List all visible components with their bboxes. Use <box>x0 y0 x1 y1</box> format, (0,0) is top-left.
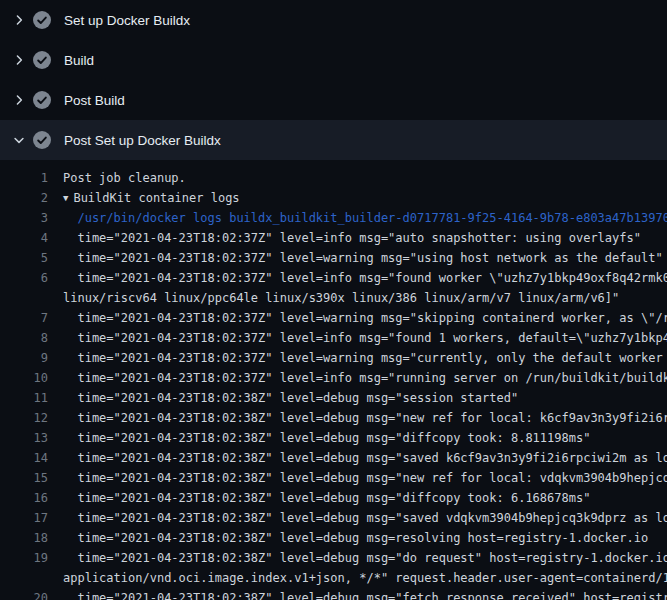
check-circle-icon <box>33 91 51 109</box>
log-line: 15 time="2021-04-23T18:02:38Z" level=deb… <box>0 468 667 488</box>
log-text: time="2021-04-23T18:02:38Z" level=debug … <box>48 488 590 508</box>
log-line: 18 time="2021-04-23T18:02:38Z" level=deb… <box>0 528 667 548</box>
step-header-build[interactable]: Build <box>0 40 667 80</box>
log-line: 11 time="2021-04-23T18:02:38Z" level=deb… <box>0 388 667 408</box>
line-number <box>0 568 48 588</box>
chevron-down-icon[interactable] <box>12 133 26 147</box>
log-text: time="2021-04-23T18:02:38Z" level=debug … <box>48 528 648 548</box>
step-label: Build <box>64 53 94 68</box>
log-line: 10 time="2021-04-23T18:02:37Z" level=inf… <box>0 368 667 388</box>
line-number[interactable]: 6 <box>0 268 48 288</box>
line-number[interactable]: 10 <box>0 368 48 388</box>
log-line: 4 time="2021-04-23T18:02:37Z" level=info… <box>0 228 667 248</box>
line-number[interactable]: 9 <box>0 348 48 368</box>
check-circle-icon <box>33 131 51 149</box>
log-line: 16 time="2021-04-23T18:02:38Z" level=deb… <box>0 488 667 508</box>
step-label: Post Build <box>64 93 125 108</box>
log-text: time="2021-04-23T18:02:38Z" level=debug … <box>48 508 667 528</box>
step-header-post-build[interactable]: Post Build <box>0 80 667 120</box>
actions-log-viewer: Set up Docker BuildxBuildPost BuildPost … <box>0 0 667 600</box>
check-circle-icon <box>33 51 51 69</box>
log-line: 14 time="2021-04-23T18:02:38Z" level=deb… <box>0 448 667 468</box>
line-number[interactable]: 7 <box>0 308 48 328</box>
log-line: 5 time="2021-04-23T18:02:37Z" level=warn… <box>0 248 667 268</box>
chevron-right-icon[interactable] <box>12 53 26 67</box>
log-text: time="2021-04-23T18:02:38Z" level=debug … <box>48 388 518 408</box>
log-text: time="2021-04-23T18:02:38Z" level=debug … <box>48 468 667 488</box>
line-number <box>0 288 48 308</box>
log-line: 1Post job cleanup. <box>0 168 667 188</box>
line-number[interactable]: 3 <box>0 208 48 228</box>
chevron-right-icon[interactable] <box>12 93 26 107</box>
log-text: time="2021-04-23T18:02:38Z" level=debug … <box>48 588 667 600</box>
log-command-text: /usr/bin/docker logs buildx_buildkit_bui… <box>48 208 667 228</box>
log-text: time="2021-04-23T18:02:37Z" level=info m… <box>48 268 667 288</box>
log-text: linux/riscv64 linux/ppc64le linux/s390x … <box>48 288 619 308</box>
log-line: 13 time="2021-04-23T18:02:38Z" level=deb… <box>0 428 667 448</box>
line-number[interactable]: 18 <box>0 528 48 548</box>
line-number[interactable]: 4 <box>0 228 48 248</box>
log-group-header[interactable]: 2▼BuildKit container logs <box>0 188 667 208</box>
log-text: time="2021-04-23T18:02:37Z" level=info m… <box>48 228 641 248</box>
check-circle-icon <box>33 11 51 29</box>
log-group-label: BuildKit container logs <box>73 191 239 205</box>
line-number[interactable]: 1 <box>0 168 48 188</box>
line-number[interactable]: 12 <box>0 408 48 428</box>
step-label: Post Set up Docker Buildx <box>64 133 221 148</box>
line-number[interactable]: 11 <box>0 388 48 408</box>
log-line: 8 time="2021-04-23T18:02:37Z" level=info… <box>0 328 667 348</box>
line-number[interactable]: 16 <box>0 488 48 508</box>
line-number[interactable]: 13 <box>0 428 48 448</box>
line-number[interactable]: 5 <box>0 248 48 268</box>
step-header-set-up-docker-buildx[interactable]: Set up Docker Buildx <box>0 0 667 40</box>
log-text: time="2021-04-23T18:02:37Z" level=warnin… <box>48 248 663 268</box>
steps-list: Set up Docker BuildxBuildPost BuildPost … <box>0 0 667 160</box>
line-number[interactable]: 15 <box>0 468 48 488</box>
log-text: time="2021-04-23T18:02:37Z" level=info m… <box>48 368 667 388</box>
log-text: Post job cleanup. <box>48 168 186 188</box>
log-group-title: ▼BuildKit container logs <box>48 188 240 208</box>
line-number[interactable]: 2 <box>0 188 48 208</box>
log-line: 12 time="2021-04-23T18:02:38Z" level=deb… <box>0 408 667 428</box>
log-text: time="2021-04-23T18:02:37Z" level=warnin… <box>48 308 667 328</box>
log-text: application/vnd.oci.image.index.v1+json,… <box>48 568 667 588</box>
step-header-post-set-up-docker-buildx[interactable]: Post Set up Docker Buildx <box>0 120 667 160</box>
log-text: time="2021-04-23T18:02:38Z" level=debug … <box>48 448 667 468</box>
line-number[interactable]: 8 <box>0 328 48 348</box>
log-line: 6 time="2021-04-23T18:02:37Z" level=info… <box>0 268 667 288</box>
log-line: 17 time="2021-04-23T18:02:38Z" level=deb… <box>0 508 667 528</box>
log-line: 3 /usr/bin/docker logs buildx_buildkit_b… <box>0 208 667 228</box>
line-number[interactable]: 19 <box>0 548 48 568</box>
log-text: time="2021-04-23T18:02:38Z" level=debug … <box>48 408 667 428</box>
log-text: time="2021-04-23T18:02:38Z" level=debug … <box>48 548 667 568</box>
log-line: 9 time="2021-04-23T18:02:37Z" level=warn… <box>0 348 667 368</box>
line-number[interactable]: 14 <box>0 448 48 468</box>
step-label: Set up Docker Buildx <box>64 13 190 28</box>
log-line-wrap: linux/riscv64 linux/ppc64le linux/s390x … <box>0 288 667 308</box>
log-text: time="2021-04-23T18:02:38Z" level=debug … <box>48 428 590 448</box>
line-number[interactable]: 20 <box>0 588 48 600</box>
triangle-down-icon[interactable]: ▼ <box>63 188 68 208</box>
line-number[interactable]: 17 <box>0 508 48 528</box>
log-line: 19 time="2021-04-23T18:02:38Z" level=deb… <box>0 548 667 568</box>
log-line: 20 time="2021-04-23T18:02:38Z" level=deb… <box>0 588 667 600</box>
log-line: 7 time="2021-04-23T18:02:37Z" level=warn… <box>0 308 667 328</box>
log-line-wrap: application/vnd.oci.image.index.v1+json,… <box>0 568 667 588</box>
log-text: time="2021-04-23T18:02:37Z" level=warnin… <box>48 348 667 368</box>
log-area: 1Post job cleanup.2▼BuildKit container l… <box>0 160 667 600</box>
log-text: time="2021-04-23T18:02:37Z" level=info m… <box>48 328 667 348</box>
chevron-right-icon[interactable] <box>12 13 26 27</box>
